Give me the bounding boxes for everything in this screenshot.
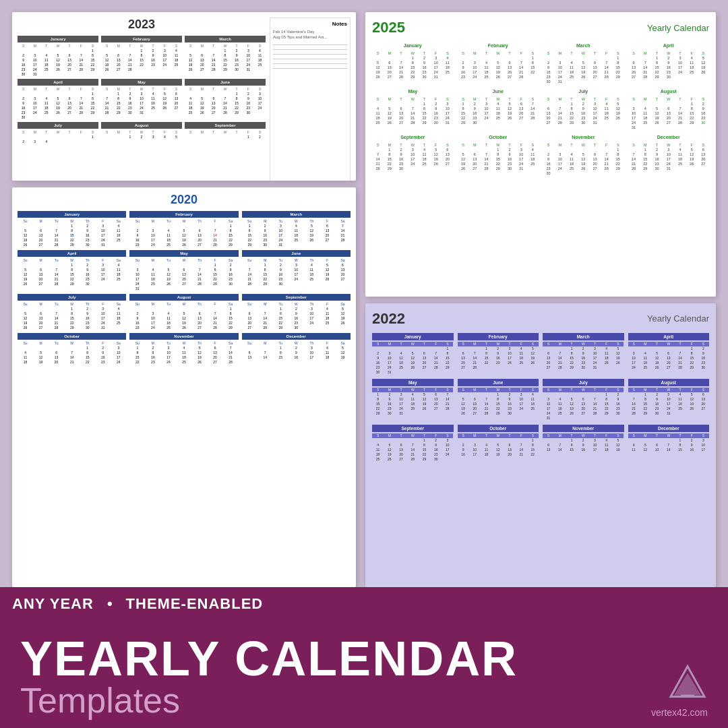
bottom-left: YEARLY CALENDAR Templates bbox=[20, 634, 518, 718]
month-nov-2025: November SMTWTFS 1 2345678 9101112131415… bbox=[543, 133, 624, 175]
month-mar-2025: March SMTWTFS 1 2345678 9101112131415 16… bbox=[543, 42, 624, 84]
month-nov-2020: November SuMTuWThFSa 1234567 89101112131… bbox=[129, 333, 238, 364]
month-apr-2022: April SMTWTFS 12 3456789 10111213141516 … bbox=[628, 333, 710, 375]
month-feb-2025: February SMTWTFS 1 2345678 9101112131415… bbox=[458, 42, 539, 84]
month-jul-2020: July SuMTuWThFSa 1234 567891011 12131415… bbox=[18, 294, 126, 330]
month-jan-2025: January SMTWTFS 1234 567891011 121314151… bbox=[372, 42, 454, 84]
year-2023-title: 2023 bbox=[18, 18, 266, 32]
calendar-2023-card: 2023 January SMTWTFS 1 2345678 910111213… bbox=[12, 12, 356, 181]
year-2025-title: 2025 bbox=[372, 19, 405, 36]
month-sep-2022: September SMTWTFS 123 45678910 111213141… bbox=[372, 425, 454, 462]
months-grid-2025: January SMTWTFS 1234 567891011 121314151… bbox=[372, 42, 709, 175]
month-sep-2025: September SMTWTFS 123456 78910111213 141… bbox=[372, 133, 454, 175]
month-apr-2020: April SuMTuWThFSa 1234 567891011 1213141… bbox=[18, 250, 126, 291]
banner-text-1: ANY YEAR bbox=[12, 595, 94, 613]
cal-2023-main: 2023 January SMTWTFS 1 2345678 910111213… bbox=[18, 18, 266, 181]
month-dec-2025: December SMTWTFS 123456 78910111213 1415… bbox=[628, 133, 710, 175]
month-may-2023: May SMTWTFS 123456 78910111213 141516171… bbox=[101, 79, 182, 119]
month-may-2020: May SuMTuWThFSa 12 3456789 1011121314151… bbox=[129, 250, 238, 291]
month-jun-2023: June SMTWTFS 123 45678910 11121314151617… bbox=[185, 79, 266, 119]
top-section: 2023 January SMTWTFS 1 2345678 910111213… bbox=[0, 0, 728, 587]
month-may-2022: May SMTWTFS 1234567 891011121314 1516171… bbox=[372, 379, 454, 421]
left-group: 2023 January SMTWTFS 1 2345678 910111213… bbox=[12, 12, 356, 587]
month-dec-2020: December SuMTuWThFSa 12345 6789101112 13… bbox=[242, 333, 351, 364]
main-container: 2023 January SMTWTFS 1 2345678 910111213… bbox=[0, 0, 728, 728]
cal-2025-header: 2025 Yearly Calendar bbox=[372, 19, 709, 36]
notes-panel-2023: Notes Feb 14 Valentine's Day Aug 05 Tips… bbox=[270, 18, 351, 181]
vertex42-logo-icon bbox=[667, 661, 708, 702]
calendar-2022-card: 2022 Yearly Calendar January SMTWTFS 1 2… bbox=[365, 303, 716, 588]
month-jul-2022: July SMTWTFS 12 3456789 10111213141516 1… bbox=[543, 379, 624, 421]
site-url: vertex42.com bbox=[651, 707, 708, 718]
cal-2022-subtitle: Yearly Calendar bbox=[647, 313, 709, 324]
calendar-2025-card: 2025 Yearly Calendar January SMTWTFS 123… bbox=[365, 12, 716, 297]
bottom-right: vertex42.com bbox=[651, 661, 708, 718]
month-feb-2020: February SuMTuWThFSa 1 2345678 910111213… bbox=[129, 211, 238, 247]
months-grid-2023: January SMTWTFS 1 2345678 9101112131415 … bbox=[18, 36, 266, 144]
bottom-section: YEARLY CALENDAR Templates vertex42.com bbox=[0, 621, 728, 728]
cal-2023-layout: 2023 January SMTWTFS 1 2345678 910111213… bbox=[18, 18, 351, 181]
cal-2022-header: 2022 Yearly Calendar bbox=[372, 310, 709, 328]
month-sep-2020: September SuMTuWThFSa 12345 6789101112 1… bbox=[242, 294, 351, 330]
right-group: 2025 Yearly Calendar January SMTWTFS 123… bbox=[365, 12, 716, 587]
month-mar-2022: March SMTWTFS 12345 6789101112 131415161… bbox=[543, 333, 624, 375]
cal-2025-subtitle: Yearly Calendar bbox=[647, 23, 709, 33]
month-jun-2022: June SMTWTFS 1234 567891011 121314151617… bbox=[458, 379, 539, 421]
main-title: YEARLY CALENDAR bbox=[20, 634, 518, 683]
month-jul-2025: July SMTWTFS 12345 6789101112 1314151617… bbox=[543, 88, 624, 129]
month-aug-2022: August SMTWTFS 123456 78910111213 141516… bbox=[628, 379, 710, 421]
months-grid-2022: January SMTWTFS 1 2345678 9101112131415 … bbox=[372, 333, 709, 462]
calendar-2020-card: 2020 January SuMTuWThFSa 1234 567891011 … bbox=[12, 187, 356, 587]
month-jan-2023: January SMTWTFS 1 2345678 9101112131415 … bbox=[18, 36, 98, 76]
month-feb-2022: February SMTWTFS 12345 6789101112 131415… bbox=[458, 333, 539, 375]
month-aug-2025: August SMTWTFS 12 3456789 10111213141516… bbox=[628, 88, 710, 129]
month-sep-2023: September SMTWTFS 12 bbox=[185, 122, 266, 144]
month-jul-2023: July SMTWTFS 1 234 bbox=[18, 122, 98, 144]
month-may-2025: May SMTWTFS 123 45678910 11121314151617 … bbox=[372, 88, 454, 129]
month-aug-2020: August SuMTuWThFSa 1 2345678 91011121314… bbox=[129, 294, 238, 330]
month-feb-2023: February SMTWTFS 1234 567891011 12131415… bbox=[101, 36, 182, 76]
month-oct-2020: October SuMTuWThFSa 123 45678910 1112131… bbox=[18, 333, 126, 364]
month-apr-2023: April SMTWTFS 1 2345678 9101112131415 16… bbox=[18, 79, 98, 119]
notes-title: Notes bbox=[273, 21, 347, 27]
sub-title: Templates bbox=[20, 683, 518, 718]
month-mar-2023: March SMTWTFS 1234 567891011 12131415161… bbox=[185, 36, 266, 76]
year-2022-title: 2022 bbox=[372, 310, 405, 328]
month-jun-2025: June SMTWTFS 1234567 891011121314 151617… bbox=[458, 88, 539, 129]
month-jun-2020: June SuMTuWThFSa 123456 78910111213 1415… bbox=[242, 250, 351, 291]
month-mar-2020: March SuMTuWThFSa 1234567 891011121314 1… bbox=[242, 211, 351, 247]
month-dec-2022: December SMTWTFS 123 45678910 1112131415… bbox=[628, 425, 710, 462]
month-apr-2025: April SMTWTFS 12345 6789101112 131415161… bbox=[628, 42, 710, 84]
banner-text-2: THEME-ENABLED bbox=[126, 595, 264, 613]
month-oct-2025: October SMTWTFS 1234 567891011 121314151… bbox=[458, 133, 539, 175]
month-jan-2020: January SuMTuWThFSa 1234 567891011 12131… bbox=[18, 211, 126, 247]
month-nov-2022: November SMTWTFS 12345 6789101112 131415… bbox=[543, 425, 624, 462]
month-aug-2023: August SMTWTFS 12345 bbox=[101, 122, 182, 144]
months-grid-2020: January SuMTuWThFSa 1234 567891011 12131… bbox=[18, 211, 351, 364]
banner: ANY YEAR • THEME-ENABLED bbox=[0, 587, 728, 621]
banner-dot: • bbox=[107, 595, 113, 613]
year-2020-title: 2020 bbox=[18, 193, 351, 207]
month-jan-2022: January SMTWTFS 1 2345678 9101112131415 … bbox=[372, 333, 454, 375]
month-oct-2022: October SMTWTFS 1 2345678 9101112131415 … bbox=[458, 425, 539, 462]
